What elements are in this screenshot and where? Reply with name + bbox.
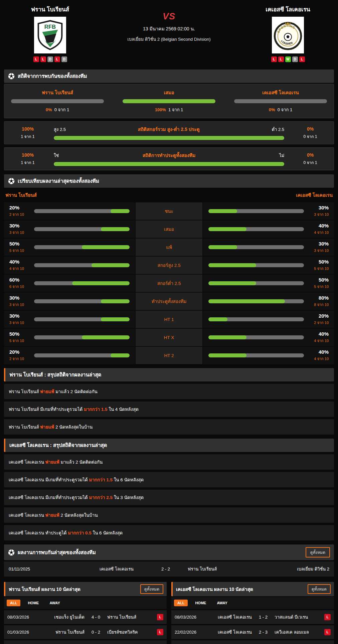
away-count: 3 จาก 10 (309, 211, 329, 217)
summary-row: เคเอสซี โลเคอเรน มีเกมที่ทำประตูรวมได้ ม… (4, 490, 334, 505)
btts-left-count: 1 จาก 1 (10, 159, 45, 166)
match-row[interactable]: 08/03/2026 เชอแร็ง ยูไนเต็ด 4 - 0 ฟราน โ… (4, 610, 167, 624)
home-progress-bar (34, 299, 130, 303)
comparison-home-cell: 60% 6 จาก 10 (4, 275, 135, 292)
comparison-home-cell: 20% 2 จาก 10 (4, 202, 135, 220)
form-badge: D (61, 56, 67, 62)
home-recent-view-all-button[interactable]: ดูทั้งหมด (140, 584, 163, 594)
h2h-percent: 0% (269, 107, 275, 112)
home-percent: 30% (9, 313, 29, 319)
away-percent: 30% (309, 205, 329, 210)
away-progress-bar (208, 353, 304, 357)
form-badge: L (40, 56, 46, 62)
home-count: 2 จาก 10 (9, 211, 29, 217)
home-progress-bar (34, 209, 130, 213)
comparison-home-cell: 30% 3 จาก 10 (4, 220, 135, 238)
match-row[interactable]: 15/02/2026 Jeunesse Molenbeek 1 - 2 เคเอ… (171, 640, 334, 644)
result-badge: L (157, 614, 163, 620)
match-datetime: 13 มีนาคม 2569 02:00 น. (143, 25, 195, 32)
meeting-league: เบลเยี่ยม ดิวิชั่น 2 (269, 566, 329, 573)
comparison-title: เปรียบเทียบผลงานล่าสุดของทั้งสองทีม (18, 177, 99, 185)
btts-title: สถิติการทำประตูทั้งสองทีม (143, 152, 195, 159)
away-team-logo: SPORTING LOKEREN (272, 17, 304, 53)
match-row[interactable]: 08/03/2026 เคเอสซี โลเคอเรน 1 - 2 วาสแลน… (171, 610, 334, 624)
h2h-column-label: เคเอสซี โลเคอเรน (262, 89, 299, 96)
recent-tab[interactable]: AWAY (46, 600, 63, 606)
form-badge: L (54, 56, 60, 62)
summary-row: ฟราน โบเรียนส์ พ่ายแพ้ 2 นัดหลังสุดในบ้า… (4, 419, 334, 435)
result-badge: L (157, 629, 163, 635)
home-count: 5 จาก 10 (9, 338, 29, 344)
football-icon (8, 549, 15, 556)
away-percent: 30% (309, 241, 329, 247)
btts-left-label: ใช่ (54, 152, 59, 159)
away-percent: 20% (309, 313, 329, 319)
away-recent-rows: 08/03/2026 เคเอสซี โลเคอเรน 1 - 2 วาสแลน… (171, 610, 334, 644)
comparison-away-cell: 40% 4 จาก 10 (203, 220, 334, 238)
h2h-over-under-panel: 100% 1 จาก 1 สูง 2.5 สถิติสกอร์รวม สูง-ต… (4, 121, 334, 144)
away-recent-view-all-button[interactable]: ดูทั้งหมด (308, 584, 331, 594)
comparison-table: 20% 2 จาก 10 ชนะ 30% 3 จาก 10 (4, 202, 334, 364)
meetings-section-header: ผลงานการพบกันล่าสุดของทั้งสองทีม ดูทั้งห… (4, 544, 334, 560)
match-date: 08/03/2026 (7, 615, 36, 620)
away-form-badges: LLWDL (271, 56, 305, 62)
home-count: 2 จาก 10 (9, 356, 29, 362)
summary-highlight: พ่ายแพ้ (40, 425, 54, 430)
comparison-home-cell: 20% 2 จาก 10 (4, 347, 135, 364)
match-score: 1 - 2 (255, 615, 272, 620)
recent-tab[interactable]: HOME (24, 600, 42, 606)
summary-highlight: มากกว่า 1.5 (89, 477, 113, 482)
comparison-row: 20% 2 จาก 10 HT 2 40% 4 จาก 10 (4, 347, 334, 364)
comparison-away-cell: 40% 4 จาก 10 (203, 329, 334, 346)
meetings-title: ผลงานการพบกันล่าสุดของทั้งสองทีม (18, 548, 96, 556)
away-count: 2 จาก 10 (309, 320, 329, 326)
ou-right-percent: 0% (293, 126, 328, 132)
home-recent-tabs: ALLHOMEAWAY (4, 597, 167, 609)
form-badge: L (278, 56, 284, 62)
match-home-team: เชอแร็ง ยูไนเต็ด (36, 614, 87, 621)
result-badge: L (324, 629, 331, 635)
summary-row: เคเอสซี โลเคอเรน พ่ายแพ้ มาแล้ว 2 นัดติด… (4, 454, 334, 470)
recent-tab[interactable]: AWAY (213, 600, 230, 606)
progress-bar (123, 99, 215, 103)
comparison-section-header: เปรียบเทียบผลงานล่าสุดของทั้งสองทีม (4, 174, 334, 188)
home-team-block: ฟราน โบเรียนส์ RFB LLDLD (0, 5, 100, 62)
h2h-column-label: ฟราน โบเรียนส์ (42, 89, 73, 96)
comparison-label: สกอร์สูง 2.5 (136, 257, 202, 274)
summary-highlight: พ่ายแพ้ (45, 460, 59, 465)
home-count: 3 จาก 10 (9, 229, 29, 235)
away-recent-header: เคเอสซี โลเคอเรน ผลงาน 10 นัดล่าสุด ดูทั… (171, 582, 334, 596)
recent-tab[interactable]: ALL (174, 600, 188, 606)
away-count: 3 จาก 10 (309, 248, 329, 254)
h2h-count: 0 จาก 1 (278, 107, 292, 112)
home-percent: 20% (9, 205, 29, 210)
match-row[interactable]: 01/03/2026 ฟราน โบเรียนส์ 0 - 2 เบียรส์ช… (4, 625, 167, 639)
comparison-row: 50% 5 จาก 10 แพ้ 30% 3 จาก 10 (4, 238, 334, 256)
match-row[interactable]: 22/02/2026 เคเอเอส ยูเปน 1 - 1 ฟราน โบเร… (4, 640, 167, 644)
home-form-badges: LLDLD (33, 56, 67, 62)
comparison-row: 30% 3 จาก 10 ทำประตูทั้งสองทีม 80% 8 จาก… (4, 293, 334, 310)
ou-right-count: 0 จาก 1 (293, 133, 328, 140)
form-badge: W (285, 56, 291, 62)
meetings-view-all-button[interactable]: ดูทั้งหมด (306, 547, 330, 557)
match-home-team: ฟราน โบเรียนส์ (36, 629, 87, 636)
home-percent: 30% (9, 295, 29, 301)
recent-tab[interactable]: HOME (192, 600, 209, 606)
recent-tab[interactable]: ALL (7, 600, 20, 606)
comparison-away-cell: 50% 5 จาก 10 (203, 257, 334, 274)
comparison-away-cell: 50% 5 จาก 10 (203, 275, 334, 292)
away-progress-bar (208, 209, 304, 213)
h2h-percent: 0% (46, 107, 52, 112)
h2h-result-panel: ฟราน โบเรียนส์ 0%0 จาก 1 เสมอ 100%1 จาก … (4, 84, 334, 118)
svg-text:RFB: RFB (44, 24, 56, 30)
match-home-team: เคเอสซี โลเคอเรน (203, 629, 255, 636)
h2h-column-label: เสมอ (164, 89, 174, 96)
match-row[interactable]: 22/02/2026 เคเอสซี โลเคอเรน 2 - 3 เควีเอ… (171, 625, 334, 639)
meeting-row[interactable]: 01/11/2025 เคเอสซี โลเคอเรน 2 - 2 ฟราน โ… (4, 561, 334, 577)
home-recent-rows: 08/03/2026 เชอแร็ง ยูไนเต็ด 4 - 0 ฟราน โ… (4, 610, 167, 644)
home-count: 4 จาก 10 (9, 266, 29, 272)
home-team-name: ฟราน โบเรียนส์ (31, 5, 69, 14)
comparison-row: 40% 4 จาก 10 สกอร์สูง 2.5 50% 5 จาก 10 (4, 257, 334, 274)
away-percent: 50% (309, 259, 329, 265)
home-progress-bar (34, 317, 130, 321)
